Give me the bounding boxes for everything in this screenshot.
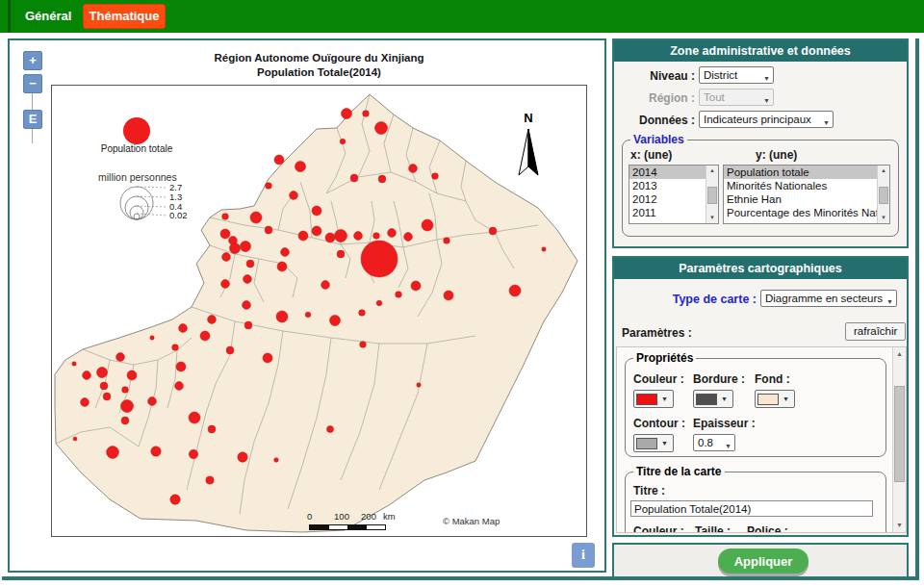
population-bubble	[246, 260, 254, 268]
titre-label: Titre :	[633, 484, 665, 498]
dropdown-arrow-icon: ▼	[725, 439, 732, 451]
scroll-down-icon[interactable]	[893, 520, 906, 531]
listbox-option[interactable]: 2012	[629, 192, 706, 206]
population-bubble	[325, 233, 335, 242]
listbox-option[interactable]: Ethnie Han	[724, 192, 877, 206]
color-swatch	[696, 394, 717, 405]
refresh-button[interactable]: rafraîchir	[845, 322, 906, 341]
population-bubble	[121, 400, 134, 413]
listbox-option[interactable]: Population totale	[724, 166, 877, 179]
donnees-value: Indicateurs principaux	[704, 114, 811, 125]
scroll-up-icon[interactable]	[878, 166, 889, 175]
region-value: Tout	[704, 91, 725, 103]
listbox-option[interactable]: Pourcentage des Minorités Nationa	[724, 206, 877, 219]
map-canvas[interactable]: Population totale million personnes 2.7 …	[51, 85, 587, 537]
listbox-option[interactable]: 2011	[629, 206, 706, 219]
scroll-down-icon[interactable]	[878, 214, 889, 222]
population-bubble	[342, 109, 352, 119]
bordure-picker[interactable]: ▼	[693, 390, 733, 408]
variables-legend: Variables	[630, 133, 687, 146]
population-bubble	[150, 336, 154, 340]
params-scrollbar[interactable]	[892, 347, 906, 532]
y-listbox[interactable]: Population totaleMinorités NationalesEth…	[723, 165, 890, 224]
type-carte-value: Diagramme en secteurs	[765, 293, 883, 304]
y-listbox-scrollbar[interactable]	[877, 166, 889, 223]
scrollbar-thumb[interactable]	[894, 386, 905, 482]
region-shape	[55, 94, 578, 532]
type-carte-select[interactable]: Diagramme en secteurs ▼	[760, 290, 897, 307]
tab-thematique[interactable]: Thématique	[83, 4, 166, 29]
listbox-option[interactable]: 2014	[629, 166, 706, 179]
population-bubble	[509, 285, 521, 296]
population-bubble	[417, 383, 421, 387]
population-bubble	[327, 426, 334, 433]
y-axis-label: y: (une)	[756, 148, 797, 162]
north-arrow-icon	[516, 127, 541, 180]
couleur-label: Couleur :	[633, 372, 684, 386]
apply-button[interactable]: Appliquer	[718, 549, 808, 574]
region-select: Tout ▼	[699, 89, 774, 106]
extent-button[interactable]: E	[23, 110, 42, 129]
info-button[interactable]: i	[572, 543, 595, 568]
control-divider	[32, 93, 33, 110]
population-bubble	[274, 458, 279, 463]
population-bubble	[148, 397, 157, 406]
niveau-select[interactable]: District ▼	[699, 66, 774, 84]
population-bubble	[335, 230, 347, 242]
listbox-option[interactable]: Minorités Nationales	[724, 179, 877, 192]
population-bubble	[100, 382, 108, 390]
tab-general[interactable]: Général	[25, 0, 71, 33]
scrollbar-thumb[interactable]	[879, 187, 888, 204]
population-bubble	[72, 362, 76, 366]
zoom-out-button[interactable]: −	[23, 74, 42, 93]
zoom-in-button[interactable]: +	[23, 51, 42, 70]
legend-size-scale: 2.7 1.3 0.4 0.02	[108, 180, 233, 228]
fond-picker[interactable]: ▼	[755, 390, 795, 408]
population-bubble	[321, 281, 330, 290]
population-bubble	[179, 324, 188, 333]
niveau-value: District	[704, 69, 737, 81]
control-divider	[32, 129, 33, 143]
population-bubble	[340, 139, 346, 144]
color-swatch	[757, 394, 779, 405]
bordure-label: Bordure :	[693, 372, 745, 386]
population-bubble	[122, 387, 129, 394]
population-bubble	[189, 449, 197, 458]
donnees-label: Données :	[626, 114, 695, 127]
x-listbox[interactable]: 2014201320122011	[629, 165, 719, 224]
population-bubble	[200, 331, 210, 341]
population-bubble	[409, 165, 418, 173]
population-bubble	[361, 241, 398, 277]
titre-couleur-label: Couleur :	[633, 524, 684, 533]
population-bubble	[107, 447, 119, 459]
titre-police-label: Police :	[747, 524, 788, 533]
scroll-up-icon[interactable]	[893, 348, 906, 360]
map-title-line1: Région Autonome Ouïgoure du Xinjiang	[51, 51, 587, 65]
population-bubble	[151, 447, 161, 456]
population-bubble	[363, 111, 370, 117]
region-label: Région :	[633, 91, 695, 105]
population-bubble	[81, 398, 90, 407]
donnees-select[interactable]: Indicateurs principaux ▼	[699, 111, 834, 128]
titre-fieldset: Titre de la carte Titre : Couleur : Tail…	[625, 465, 886, 533]
scroll-down-icon[interactable]	[706, 214, 718, 222]
population-bubble	[422, 219, 433, 231]
population-bubble	[354, 232, 363, 241]
scrollbar-thumb[interactable]	[707, 187, 717, 204]
titre-input[interactable]	[630, 500, 873, 517]
topbar-accent	[8, 0, 11, 33]
scroll-up-icon[interactable]	[706, 166, 718, 175]
population-bubble	[263, 353, 272, 363]
population-bubble	[244, 321, 252, 329]
couleur-picker[interactable]: ▼	[633, 390, 674, 408]
population-bubble	[432, 173, 439, 180]
x-listbox-scrollbar[interactable]	[706, 166, 718, 223]
epaisseur-select[interactable]: 0.8 ▼	[693, 434, 735, 451]
listbox-option[interactable]: 2013	[629, 179, 706, 192]
contour-picker[interactable]: ▼	[633, 434, 674, 452]
population-bubble	[277, 262, 287, 271]
population-bubble	[373, 233, 380, 240]
population-bubble	[396, 292, 402, 298]
population-bubble	[121, 417, 129, 424]
population-bubble	[295, 162, 306, 172]
